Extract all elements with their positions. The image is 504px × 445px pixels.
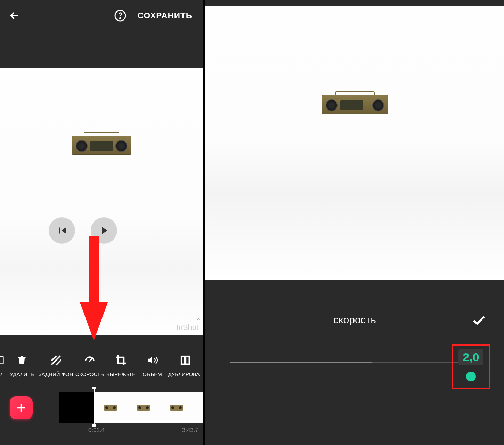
video-preview-right [205, 6, 504, 280]
panel-divider [203, 0, 205, 445]
remove-watermark-button[interactable]: × [197, 316, 200, 322]
video-content-boombox [72, 136, 131, 160]
crop-icon [114, 353, 128, 367]
tool-label: ОБЪЕМ [143, 371, 162, 377]
save-button[interactable]: СОХРАНИТЬ [138, 11, 196, 21]
video-content-boombox [322, 95, 388, 123]
annotation-highlight-box: 2,0 [452, 344, 490, 389]
speed-value-label: 2,0 [458, 349, 483, 365]
confirm-button[interactable] [471, 313, 487, 330]
tool-background[interactable]: ЗАДНИЙ ФОН [38, 353, 74, 377]
tool-prev-partial[interactable]: ОЛ [0, 353, 6, 377]
back-button[interactable] [7, 8, 22, 23]
stripes-icon [49, 353, 63, 367]
tool-label: УДАЛИТЬ [10, 371, 34, 377]
tool-crop[interactable]: ВЫРЕЖЬТЕ [105, 353, 137, 377]
total-time: 3:43.7 [182, 427, 198, 434]
slider-thumb[interactable] [466, 372, 476, 381]
header: СОХРАНИТЬ [0, 0, 203, 31]
timeline-thumb [59, 392, 94, 423]
speed-title: скорость [333, 314, 376, 326]
edit-toolbar: ОЛ УДАЛИТЬ ЗАДНИЙ ФОН СКОРОСТЬ ВЫРЕЖЬТЕ … [0, 344, 203, 386]
tool-label: ЗАДНИЙ ФОН [38, 371, 73, 377]
timeline-track[interactable] [59, 392, 203, 423]
timeline-thumb [94, 392, 127, 423]
tool-volume[interactable]: ОБЪЕМ [137, 353, 168, 377]
trash-icon [15, 353, 29, 367]
tool-duplicate[interactable]: ДУБЛИРОВАТ [168, 353, 203, 377]
slider-fill [230, 362, 372, 363]
timeline-thumb [193, 392, 203, 423]
speed-slider[interactable] [230, 362, 480, 363]
tool-label: ДУБЛИРОВАТ [168, 371, 202, 377]
tool-speed[interactable]: СКОРОСТЬ [74, 353, 105, 377]
tool-label: СКОРОСТЬ [75, 371, 104, 377]
tool-label: ОЛ [0, 371, 4, 377]
current-time: 0:02.4 [88, 427, 105, 434]
watermark-text: InShot [176, 323, 198, 332]
svg-marker-3 [80, 302, 108, 341]
svg-rect-4 [0, 356, 3, 364]
speed-header-row: скорость [205, 302, 504, 337]
playhead-marker[interactable] [94, 389, 95, 424]
volume-icon [145, 353, 159, 367]
tool-label: ВЫРЕЖЬТЕ [106, 371, 136, 377]
timeline-thumb [160, 392, 193, 423]
add-clip-button[interactable] [10, 396, 33, 419]
timeline-thumb [127, 392, 160, 423]
help-icon[interactable] [113, 9, 127, 23]
skip-previous-button[interactable] [49, 217, 75, 244]
svg-point-1 [120, 18, 121, 19]
speed-adjust-panel: скорость 2,0 [205, 0, 504, 445]
speedometer-icon [83, 353, 97, 367]
svg-rect-5 [181, 356, 185, 364]
svg-rect-2 [89, 236, 99, 306]
tool-delete[interactable]: УДАЛИТЬ [6, 353, 38, 377]
timeline: 0:02.4 3:43.7 [0, 389, 203, 445]
annotation-arrow-icon [80, 236, 108, 344]
svg-rect-6 [186, 356, 189, 364]
duplicate-icon [178, 353, 192, 367]
editor-main-panel: СОХРАНИТЬ × InShot [0, 0, 203, 445]
